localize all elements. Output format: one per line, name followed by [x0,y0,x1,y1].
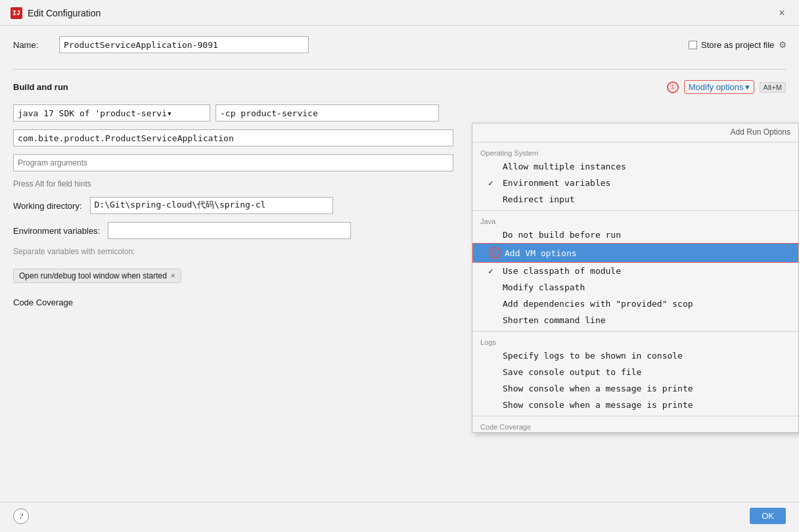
sdk-select[interactable]: java 17 SDK of 'product-servi▾ [13,104,210,122]
modify-options-label: Modify options [689,82,744,92]
name-left: Name: [13,36,309,53]
check-use-classpath: ✓ [488,266,499,276]
check-redirect-input [488,194,499,204]
env-vars-label: Environment variables: [13,226,100,236]
dialog-backdrop: IJ Edit Configuration × Name: Store as p… [0,0,799,532]
dropdown-header: Add Run Options [472,123,798,139]
semicolon-hint: Separate variables with semicolon: [13,247,135,256]
check-specify-logs [488,351,499,361]
edit-configuration-dialog: IJ Edit Configuration × Name: Store as p… [0,0,799,532]
item-use-classpath[interactable]: ✓ Use classpath of module [472,263,798,279]
open-debug-label: Open run/debug tool window when started [19,271,167,280]
working-dir-label: Working directory: [13,201,82,211]
dropdown-separator-logs [472,331,798,332]
check-save-console [488,367,499,377]
item-env-variables-label: Environment variables [503,178,610,188]
item-save-console-label: Save console output to file [503,367,641,377]
dialog-title: Edit Configuration [28,8,101,18]
dropdown-separator-top [472,142,798,143]
item-allow-multiple-label: Allow multiple instances [503,162,626,171]
env-vars-input[interactable] [108,222,351,239]
store-checkbox[interactable] [689,41,697,49]
check-allow-multiple [488,162,499,171]
main-class-input[interactable] [13,129,453,146]
modify-options-button[interactable]: Modify options ▾ [684,80,754,94]
section-label-os: Operating System [472,145,798,158]
build-run-label: Build and run [13,82,68,92]
item-save-console[interactable]: Save console output to file [472,364,798,380]
title-bar-left: IJ Edit Configuration [11,7,101,19]
check-add-deps [488,299,499,309]
section-label-java: Java [472,213,798,227]
working-dir-value: D:\Git\spring-cloud\代码\spring-cl [95,200,266,210]
circle-badge-1: ① [667,81,679,93]
store-label: Store as project file [701,40,774,50]
name-label: Name: [13,40,53,50]
modify-options-arrow: ▾ [745,82,750,92]
check-show-console-1 [488,384,499,393]
item-use-classpath-label: Use classpath of module [503,266,621,276]
help-button[interactable]: ? [13,508,29,524]
item-shorten-label: Shorten command line [503,315,606,325]
circle-badge-2: ② [489,247,501,259]
item-show-console-2-label: Show console when a message is printe [503,400,693,410]
dropdown-panel: Add Run Options Operating System Allow m… [472,123,799,433]
item-specify-logs[interactable]: Specify logs to be shown in console [472,347,798,364]
separator-1 [13,69,786,70]
close-button[interactable]: × [775,7,788,20]
dropdown-separator-coverage [472,416,798,416]
item-modify-classpath[interactable]: Modify classpath [472,279,798,296]
title-bar: IJ Edit Configuration × [0,0,799,26]
check-modify-classpath [488,282,499,292]
sdk-row: java 17 SDK of 'product-servi▾ -cp produ… [13,104,786,122]
hint-text: Press Alt for field hints [13,179,91,188]
section-label-coverage: Code Coverage [472,419,798,432]
check-shorten [488,315,499,325]
item-env-variables[interactable]: ✓ Environment variables [472,175,798,191]
dialog-body: Name: Store as project file ⚙ Build and … [0,26,799,502]
item-add-vm-label: Add VM options [505,248,577,258]
section-label-logs: Logs [472,334,798,347]
tag-close-icon[interactable]: × [171,271,175,280]
item-no-build-label: Do not build before run [503,230,621,240]
check-no-build [488,230,499,240]
item-no-build[interactable]: Do not build before run [472,227,798,243]
item-add-deps-label: Add dependencies with "provided" scop [503,299,693,309]
cp-field[interactable]: -cp product-service [216,104,439,122]
store-checkbox-label[interactable]: Store as project file [689,40,774,50]
cp-value: -cp product-service [220,108,318,118]
check-env-variables: ✓ [488,178,499,188]
gear-icon[interactable]: ⚙ [779,38,786,51]
item-modify-classpath-label: Modify classpath [503,282,585,292]
prog-args-input[interactable] [13,154,453,171]
item-add-deps[interactable]: Add dependencies with "provided" scop [472,296,798,312]
dropdown-separator-java [472,210,798,211]
open-debug-tag[interactable]: Open run/debug tool window when started … [13,269,181,283]
item-add-vm[interactable]: ② Add VM options [472,243,798,263]
item-redirect-input[interactable]: Redirect input [472,191,798,208]
item-show-console-2[interactable]: Show console when a message is printe [472,397,798,413]
item-shorten[interactable]: Shorten command line [472,312,798,328]
code-coverage-label: Code Coverage [13,298,73,307]
check-show-console-2 [488,400,499,410]
store-row: Store as project file ⚙ [689,38,786,51]
item-show-console-1[interactable]: Show console when a message is printe [472,380,798,397]
item-specify-logs-label: Specify logs to be shown in console [503,351,683,361]
item-allow-multiple[interactable]: Allow multiple instances [472,158,798,175]
sdk-select-value: java 17 SDK of 'product-servi▾ [18,108,172,118]
build-run-header: Build and run ① Modify options ▾ Alt+M [13,80,786,94]
ok-button[interactable]: OK [750,508,786,524]
item-redirect-input-label: Redirect input [503,194,575,204]
name-input[interactable] [59,36,309,53]
modify-options-row: ① Modify options ▾ Alt+M [667,80,786,94]
name-row: Name: Store as project file ⚙ [13,36,786,53]
item-show-console-1-label: Show console when a message is printe [503,384,693,393]
dialog-footer: ? OK [0,502,799,532]
alt-m-badge: Alt+M [760,82,786,93]
working-dir-input[interactable]: D:\Git\spring-cloud\代码\spring-cl [90,197,333,214]
app-icon: IJ [11,7,22,19]
